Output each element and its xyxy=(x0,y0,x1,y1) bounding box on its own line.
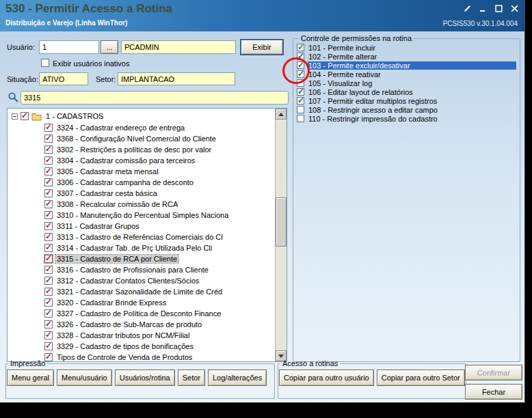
copiar-button[interactable]: Copiar para outro Setor xyxy=(377,370,465,386)
tree-item-checkbox[interactable] xyxy=(44,298,53,307)
exibir-button[interactable]: Exibir xyxy=(240,39,284,55)
permission-label: 107 - Permitir editar multiplos registro… xyxy=(308,97,516,105)
permission-item[interactable]: 106 - Editar layout de relatórios xyxy=(297,87,516,96)
tree-root-checkbox[interactable] xyxy=(21,112,29,120)
impressao-button[interactable]: Log/alterações xyxy=(208,370,267,386)
permission-item[interactable]: 107 - Permitir editar multiplos registro… xyxy=(297,96,516,105)
tree-item[interactable]: 3328 - Cadastrar tributos por NCM/Filial xyxy=(10,330,275,341)
tree-item-label: 3320 - Cadastrar Brinde Express xyxy=(55,298,168,307)
tree-item[interactable]: 3308 - Recalcular comissão de RCA xyxy=(10,199,275,210)
tree-item-checkbox[interactable] xyxy=(44,222,53,230)
tree-item[interactable]: 3305 - Cadastrar meta mensal xyxy=(10,166,275,177)
tree-item-checkbox[interactable] xyxy=(44,135,53,143)
permission-checkbox[interactable] xyxy=(297,44,304,51)
permission-item[interactable]: 101 - Permite incluir xyxy=(297,43,516,52)
tree-item[interactable]: 3316 - Cadastro de Profissionais para Cl… xyxy=(10,264,275,275)
copiar-button[interactable]: Copiar para outro usuário xyxy=(279,370,374,386)
collapse-icon[interactable] xyxy=(12,113,18,120)
tree-item-checkbox[interactable] xyxy=(44,156,53,165)
tree-item-checkbox[interactable] xyxy=(44,244,53,252)
tree-item-checkbox[interactable] xyxy=(44,309,53,318)
tree-item-label: 3307 - Cadastrar cesta básica xyxy=(55,189,159,197)
impressao-button[interactable]: Setor xyxy=(178,370,205,386)
maximize-button[interactable] xyxy=(494,4,503,13)
close-button[interactable] xyxy=(509,4,519,13)
tree-item[interactable]: 3320 - Cadastrar Brinde Express xyxy=(10,297,275,308)
tree-item-checkbox[interactable] xyxy=(44,331,53,339)
tree-item[interactable]: 3302 - Restrições a políticas de desc po… xyxy=(10,144,275,155)
permission-checkbox[interactable] xyxy=(297,115,304,122)
search-input[interactable] xyxy=(21,91,289,104)
permission-checkbox[interactable] xyxy=(297,61,304,69)
show-inactive-checkbox[interactable] xyxy=(41,59,49,67)
tree-root-cadastros[interactable]: 1 - CADASTROS xyxy=(10,110,275,122)
permission-checkbox[interactable] xyxy=(297,106,304,113)
situacao-field: ATIVO xyxy=(39,72,88,85)
tree-item-label: 3315 - Cadastro de RCA por Cliente xyxy=(55,255,178,263)
tree-item-label: 3316 - Cadastro de Profissionais para Cl… xyxy=(55,266,210,274)
scroll-up-button[interactable] xyxy=(276,109,287,120)
tree-item-checkbox[interactable] xyxy=(44,211,53,219)
permission-item[interactable]: 102 - Permite alterar xyxy=(297,52,516,61)
tree-viewport: 1 - CADASTROS 3324 - Cadastrar endereço … xyxy=(8,109,275,361)
permission-item[interactable]: 105 - Visualizar log xyxy=(297,79,516,87)
tree-item-label: 3306 - Cadastrar campanha de desconto xyxy=(55,178,195,186)
tree-item[interactable]: 3306 - Cadastrar campanha de desconto xyxy=(10,177,275,188)
tree-item[interactable]: 3311 - Cadastrar Grupos xyxy=(10,221,275,232)
tree-item[interactable]: 3307 - Cadastrar cesta básica xyxy=(10,188,275,199)
permission-item[interactable]: 103 - Permite excluir/desativar xyxy=(297,61,516,70)
tree-item-checkbox[interactable] xyxy=(44,266,53,274)
tree-item[interactable]: 3368 - Configuração Nível Comercial do C… xyxy=(10,133,275,144)
tree-item-checkbox[interactable] xyxy=(44,288,53,296)
minimize-button[interactable] xyxy=(478,4,488,13)
pencil-icon[interactable] xyxy=(462,4,472,13)
acesso-group-title: Acesso a rotinas xyxy=(280,359,340,367)
tree-item-checkbox[interactable] xyxy=(44,145,53,154)
tree-item[interactable]: 3329 - Cadastro de tipos de bonificações xyxy=(10,341,275,352)
permission-checkbox[interactable] xyxy=(297,70,304,78)
tree-item-checkbox[interactable] xyxy=(44,200,53,208)
window-controls xyxy=(462,4,519,13)
tree-item-checkbox[interactable] xyxy=(44,233,53,241)
tree-item[interactable]: 3321 - Cadastrar Sazonalidade de Limite … xyxy=(10,286,275,297)
impressao-button[interactable]: Usuários/rotina xyxy=(115,370,175,386)
tree-item-label: 3312 - Cadastrar Contatos Clientes/Sócio… xyxy=(55,277,201,285)
permission-item[interactable]: 108 - Restringir acesso a editar campo xyxy=(297,105,516,114)
scroll-thumb[interactable] xyxy=(276,197,287,247)
fechar-button[interactable]: Fechar xyxy=(465,384,522,400)
permission-checkbox[interactable] xyxy=(297,53,304,60)
impressao-button[interactable]: Menu/usuário xyxy=(57,370,112,386)
tree-item-checkbox[interactable] xyxy=(44,189,53,197)
tree-item[interactable]: 3304 - Cadastrar comissão para terceiros xyxy=(10,155,275,166)
tree-item[interactable]: 3327 - Cadastro de Política de Desconto … xyxy=(10,308,275,319)
permission-checkbox[interactable] xyxy=(297,88,304,96)
confirmar-button[interactable]: Confirmar xyxy=(465,365,522,380)
tree-item-checkbox[interactable] xyxy=(44,320,53,329)
tree-item[interactable]: 3315 - Cadastro de RCA por Cliente xyxy=(10,253,275,264)
permission-label: 103 - Permite excluir/desativar xyxy=(308,61,516,70)
app-window: 530 - Permitir Acesso a Rotina Distribui… xyxy=(0,0,525,403)
tree-item[interactable]: 3312 - Cadastrar Contatos Clientes/Sócio… xyxy=(10,275,275,286)
permission-item[interactable]: 104 - Permite reativar xyxy=(297,70,516,79)
tree-item-checkbox[interactable] xyxy=(44,277,53,285)
tree-item-checkbox[interactable] xyxy=(44,255,53,263)
tree-item[interactable]: 3324 - Cadastrar endereço de entrega xyxy=(10,122,275,133)
user-name-field: PCADMIN xyxy=(121,40,236,54)
permission-checkbox[interactable] xyxy=(297,97,304,104)
tree-item-label: 3328 - Cadastrar tributos por NCM/Filial xyxy=(55,331,191,339)
permission-checkbox[interactable] xyxy=(297,79,304,87)
tree-item[interactable]: 3314 - Cadastrar Tab. de Prç Utilizada P… xyxy=(10,242,275,253)
tree-root-label: 1 - CADASTROS xyxy=(44,112,105,120)
tree-item-checkbox[interactable] xyxy=(44,167,53,176)
impressao-button[interactable]: Menu geral xyxy=(7,370,54,386)
tree-item-checkbox[interactable] xyxy=(44,124,53,132)
tree-item[interactable]: 3326 - Cadastro de Sub-Marcas de produto xyxy=(10,319,275,330)
user-browse-button[interactable]: ... xyxy=(101,40,118,54)
tree-scrollbar[interactable] xyxy=(275,109,287,361)
tree-item[interactable]: 3313 - Cadastro de Referências Comerciai… xyxy=(10,232,275,242)
permission-item[interactable]: 110 - Restringir impressão do cadastro xyxy=(297,114,516,123)
tree-item[interactable]: 3310 - Manutenção do Percentual Simples … xyxy=(10,210,275,221)
tree-item-checkbox[interactable] xyxy=(44,342,53,350)
tree-item-checkbox[interactable] xyxy=(44,178,53,186)
user-code-input[interactable] xyxy=(39,40,99,54)
